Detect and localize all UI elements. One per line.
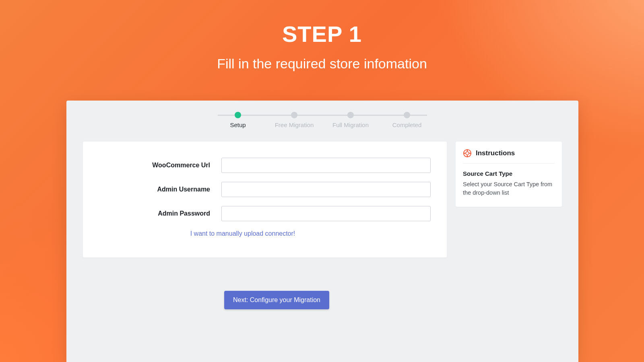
svg-rect-3 [467,155,468,157]
url-label: WooCommerce Url [99,162,210,169]
field-woocommerce-url: WooCommerce Url [99,158,431,173]
lifebuoy-icon [463,149,472,158]
password-label: Admin Password [99,210,210,217]
page-header: STEP 1 Fill in the required store infoma… [0,21,644,72]
stepper-step-full-migration[interactable]: Full Migration [322,112,379,128]
username-label: Admin Username [99,186,210,193]
instructions-card: Instructions Source Cart Type Select you… [455,141,562,207]
manual-upload-link[interactable]: I want to manually upload connector! [99,230,431,237]
instructions-heading-text: Instructions [476,149,515,157]
instructions-body: Select your Source Cart Type from the dr… [463,180,555,197]
stepper-step-setup[interactable]: Setup [210,112,266,128]
instructions-heading: Instructions [463,149,555,164]
stepper-step-free-migration[interactable]: Free Migration [266,112,322,128]
stepper-dot-icon [235,112,241,118]
woocommerce-url-input[interactable] [221,158,431,173]
svg-rect-4 [463,153,465,154]
stepper-step-label: Free Migration [266,121,322,128]
next-button[interactable]: Next: Configure your Migration [224,291,329,309]
stepper-step-label: Completed [379,121,435,128]
field-admin-password: Admin Password [99,206,431,221]
step-title: STEP 1 [0,21,644,47]
admin-username-input[interactable] [221,182,431,197]
stepper-dot-icon [347,112,354,118]
stepper-step-label: Full Migration [322,121,379,128]
admin-password-input[interactable] [221,206,431,221]
stepper-dot-icon [291,112,297,118]
step-subtitle: Fill in the required store infomation [0,56,644,72]
stepper-dot-icon [404,112,410,118]
svg-rect-5 [469,153,471,154]
instructions-title: Source Cart Type [463,170,555,177]
svg-rect-2 [467,149,468,151]
stepper-step-label: Setup [210,121,266,128]
stepper-step-completed[interactable]: Completed [379,112,435,128]
svg-point-1 [466,152,469,155]
progress-stepper: Setup Free Migration Full Migration Comp… [210,112,435,128]
page-background: STEP 1 Fill in the required store infoma… [0,0,644,362]
main-card: Setup Free Migration Full Migration Comp… [66,101,578,362]
field-admin-username: Admin Username [99,182,431,197]
content-row: WooCommerce Url Admin Username Admin Pas… [83,141,562,258]
form-card: WooCommerce Url Admin Username Admin Pas… [83,141,447,258]
